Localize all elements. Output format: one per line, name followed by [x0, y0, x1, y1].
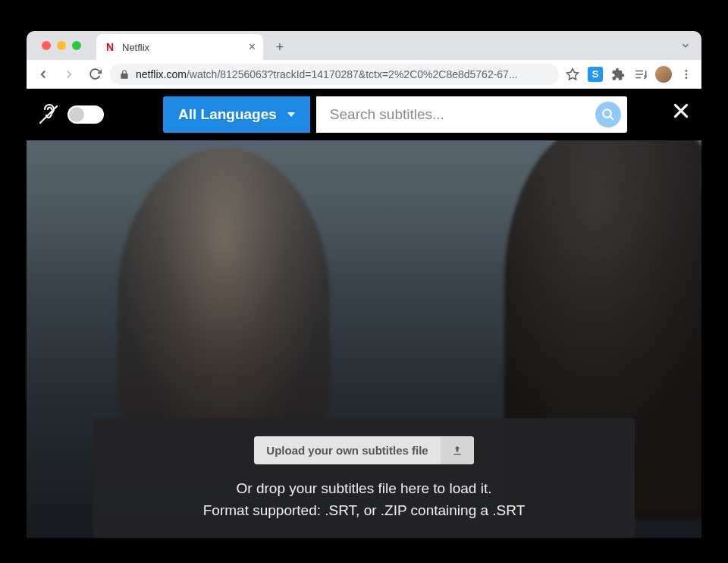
url-text: netflix.com/watch/81256063?trackId=14170…	[136, 68, 518, 80]
lock-icon	[119, 69, 130, 80]
subtitle-search-input[interactable]	[330, 106, 595, 123]
tab-close-icon[interactable]: ×	[249, 40, 256, 54]
address-bar: netflix.com/watch/81256063?trackId=14170…	[27, 60, 701, 89]
video-still-figure	[118, 148, 330, 451]
subtitle-toggle[interactable]	[67, 105, 104, 124]
tabs-dropdown-icon[interactable]	[680, 40, 691, 54]
language-dropdown-label: All Languages	[178, 106, 277, 123]
browser-tab[interactable]: N Netflix ×	[96, 34, 263, 60]
window-minimize-button[interactable]	[57, 41, 66, 50]
svg-marker-0	[567, 68, 579, 79]
search-button[interactable]	[595, 102, 621, 127]
svg-point-5	[686, 70, 688, 72]
close-icon	[671, 101, 691, 121]
upload-description: Or drop your subtitles file here to load…	[108, 478, 620, 521]
window-controls	[34, 31, 89, 60]
video-player[interactable]: Upload your own subtitles file Or drop y…	[27, 140, 701, 538]
tab-title: Netflix	[122, 42, 243, 53]
upload-subtitles-panel: Upload your own subtitles file Or drop y…	[93, 418, 635, 538]
reload-button[interactable]	[84, 64, 105, 85]
browser-window: N Netflix × + netflix.com/watch/81256063…	[27, 31, 701, 538]
new-tab-button[interactable]: +	[269, 36, 290, 58]
bookmark-star-icon[interactable]	[563, 65, 582, 83]
netflix-favicon-icon: N	[104, 41, 116, 53]
search-icon	[601, 108, 615, 121]
back-button[interactable]	[33, 64, 54, 85]
upload-subtitles-button[interactable]: Upload your own subtitles file	[254, 436, 473, 464]
toggle-knob	[69, 107, 84, 122]
content-area: All Languages Upload your own subtitles …	[27, 89, 701, 538]
close-overlay-button[interactable]	[671, 101, 691, 124]
window-maximize-button[interactable]	[72, 41, 81, 50]
reading-list-icon[interactable]	[632, 65, 650, 83]
chevron-down-icon	[287, 112, 295, 117]
forward-button[interactable]	[58, 64, 80, 85]
chrome-menu-icon[interactable]	[677, 65, 695, 83]
language-dropdown[interactable]: All Languages	[163, 96, 310, 133]
window-close-button[interactable]	[42, 41, 51, 50]
upload-desc-line1: Or drop your subtitles file here to load…	[108, 478, 620, 500]
url-field[interactable]: netflix.com/watch/81256063?trackId=14170…	[110, 64, 559, 85]
tab-bar: N Netflix × +	[27, 31, 701, 60]
hearing-impaired-icon[interactable]	[36, 102, 61, 127]
svg-point-6	[686, 73, 688, 75]
upload-icon	[441, 437, 474, 464]
profile-avatar[interactable]	[654, 65, 673, 83]
subtitle-overlay-toolbar: All Languages	[27, 89, 701, 140]
extension-substital-icon[interactable]: S	[586, 65, 604, 83]
svg-point-9	[603, 109, 611, 118]
subtitle-search-box	[316, 96, 627, 133]
svg-point-7	[686, 77, 688, 79]
extensions-puzzle-icon[interactable]	[609, 65, 627, 83]
upload-desc-line2: Format supported: .SRT, or .ZIP containi…	[108, 500, 620, 522]
upload-button-label: Upload your own subtitles file	[254, 436, 440, 464]
svg-line-10	[610, 116, 613, 120]
